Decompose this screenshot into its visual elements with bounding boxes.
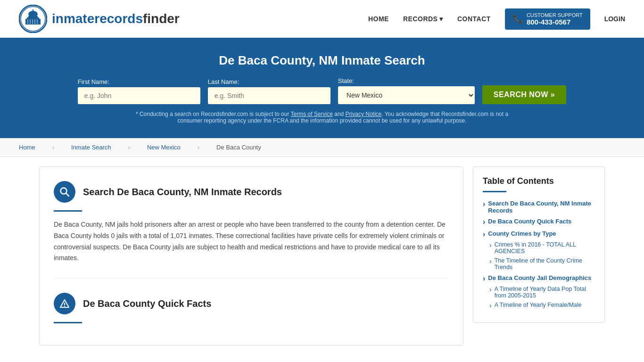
- svg-rect-4: [27, 17, 39, 19]
- toc-subitem-3-2: The Timeline of the County Crime Trends: [489, 257, 595, 271]
- toc-sublist-4: A Timeline of Yearly Data Pop Total from…: [483, 286, 595, 309]
- state-label: State:: [338, 77, 475, 84]
- toc-sublink-3-2[interactable]: The Timeline of the County Crime Trends: [489, 257, 595, 271]
- breadcrumb-home[interactable]: Home: [19, 144, 35, 151]
- section1-header: Search De Baca County, NM Inmate Records: [54, 181, 449, 203]
- breadcrumb-sep-2: ›: [128, 144, 130, 151]
- toc-sublink-3-1[interactable]: Crimes % in 2016 - TOTAL ALL AGENCIES: [489, 241, 595, 255]
- last-name-input[interactable]: [208, 87, 330, 104]
- phone-icon: 📞: [512, 14, 523, 24]
- site-header: inmaterecordsfinder HOME RECORDS ▾ CONTA…: [0, 0, 644, 39]
- first-name-group: First Name:: [78, 78, 200, 104]
- section1-body: De Baca County, NM jails hold prisoners …: [54, 219, 449, 264]
- svg-rect-11: [33, 9, 33, 14]
- sidebar-toc: Table of Contents Search De Baca County,…: [473, 166, 605, 323]
- first-name-input[interactable]: [78, 87, 200, 104]
- svg-rect-10: [37, 19, 38, 24]
- section2-header: De Baca County Quick Facts: [54, 293, 449, 314]
- support-phone: 800-433-0567: [527, 18, 583, 26]
- section2-divider: [54, 322, 82, 323]
- privacy-link[interactable]: Privacy Notice: [346, 111, 382, 117]
- search-form: First Name: Last Name: State: AlabamaAla…: [19, 77, 625, 104]
- breadcrumb-state[interactable]: New Mexico: [147, 144, 181, 151]
- last-name-group: Last Name:: [208, 78, 330, 104]
- section-inmate-records: Search De Baca County, NM Inmate Records…: [54, 181, 449, 279]
- section1-divider: [54, 210, 82, 212]
- toc-list: Search De Baca County, NM Inmate Records…: [483, 200, 595, 309]
- page-title: De Baca County, NM Inmate Search: [19, 53, 625, 68]
- toc-title: Table of Contents: [483, 176, 595, 186]
- main-content: Search De Baca County, NM Inmate Records…: [20, 166, 624, 346]
- search-button[interactable]: SEARCH NOW »: [482, 85, 566, 104]
- toc-subitem-3-1: Crimes % in 2016 - TOTAL ALL AGENCIES: [489, 241, 595, 255]
- breadcrumb-county: De Baca County: [216, 144, 261, 151]
- content-area: Search De Baca County, NM Inmate Records…: [39, 166, 463, 346]
- toc-subitem-4-1: A Timeline of Yearly Data Pop Total from…: [489, 286, 595, 299]
- toc-item-1: Search De Baca County, NM Inmate Records: [483, 200, 595, 214]
- chevron-down-icon: ▾: [439, 15, 443, 23]
- state-group: State: AlabamaAlaskaArizonaArkansasCalif…: [338, 77, 475, 104]
- toc-link-4[interactable]: De Baca County Jail Demographics: [483, 274, 595, 283]
- svg-rect-7: [30, 19, 31, 24]
- toc-sublink-4-1[interactable]: A Timeline of Yearly Data Pop Total from…: [489, 286, 595, 299]
- tos-link[interactable]: Terms of Service: [291, 111, 333, 117]
- nav-home[interactable]: HOME: [368, 15, 389, 23]
- last-name-label: Last Name:: [208, 78, 330, 85]
- warning-section-icon: [54, 293, 75, 314]
- logo-icon: [19, 5, 47, 33]
- search-banner: De Baca County, NM Inmate Search First N…: [0, 39, 644, 138]
- toc-link-3[interactable]: County Crimes by Type: [483, 230, 595, 239]
- nav-records[interactable]: RECORDS ▾: [403, 15, 443, 23]
- toc-sublink-4-2[interactable]: A Timeline of Yearly Female/Male: [489, 302, 595, 309]
- toc-item-4: De Baca County Jail Demographics A Timel…: [483, 274, 595, 309]
- section2-title: De Baca County Quick Facts: [83, 298, 211, 309]
- section-quick-facts: De Baca County Quick Facts: [54, 279, 449, 323]
- support-label: CUSTOMER SUPPORT: [527, 12, 583, 18]
- svg-line-13: [66, 193, 69, 196]
- toc-item-3: County Crimes by Type Crimes % in 2016 -…: [483, 230, 595, 271]
- toc-subitem-4-2: A Timeline of Yearly Female/Male: [489, 302, 595, 309]
- breadcrumb: Home › Inmate Search › New Mexico › De B…: [0, 138, 644, 157]
- toc-sublist-3: Crimes % in 2016 - TOTAL ALL AGENCIES Th…: [483, 241, 595, 271]
- breadcrumb-sep-3: ›: [198, 144, 199, 151]
- section1-title: Search De Baca County, NM Inmate Records: [83, 187, 282, 197]
- svg-rect-8: [32, 19, 33, 24]
- logo-area: inmaterecordsfinder: [19, 5, 180, 33]
- logo-text: inmaterecordsfinder: [52, 11, 180, 26]
- state-select[interactable]: AlabamaAlaskaArizonaArkansasCaliforniaCo…: [338, 86, 475, 104]
- login-button[interactable]: LOGIN: [604, 15, 625, 23]
- toc-link-2[interactable]: De Baca County Quick Facts: [483, 218, 595, 226]
- nav-contact[interactable]: CONTACT: [457, 15, 491, 23]
- svg-rect-6: [27, 19, 28, 24]
- svg-rect-3: [28, 16, 38, 17]
- main-nav: HOME RECORDS ▾ CONTACT 📞 CUSTOMER SUPPOR…: [368, 8, 625, 30]
- toc-link-1[interactable]: Search De Baca County, NM Inmate Records: [483, 200, 595, 214]
- svg-rect-9: [34, 19, 35, 24]
- first-name-label: First Name:: [78, 78, 200, 85]
- breadcrumb-inmate-search[interactable]: Inmate Search: [71, 144, 111, 151]
- breadcrumb-sep-1: ›: [52, 144, 54, 151]
- search-section-icon: [54, 181, 75, 203]
- disclaimer-text: * Conducting a search on Recordsfinder.c…: [133, 111, 511, 124]
- toc-item-2: De Baca County Quick Facts: [483, 218, 595, 226]
- svg-point-15: [64, 306, 65, 307]
- toc-divider: [483, 191, 506, 192]
- support-box: 📞 CUSTOMER SUPPORT 800-433-0567: [505, 8, 590, 30]
